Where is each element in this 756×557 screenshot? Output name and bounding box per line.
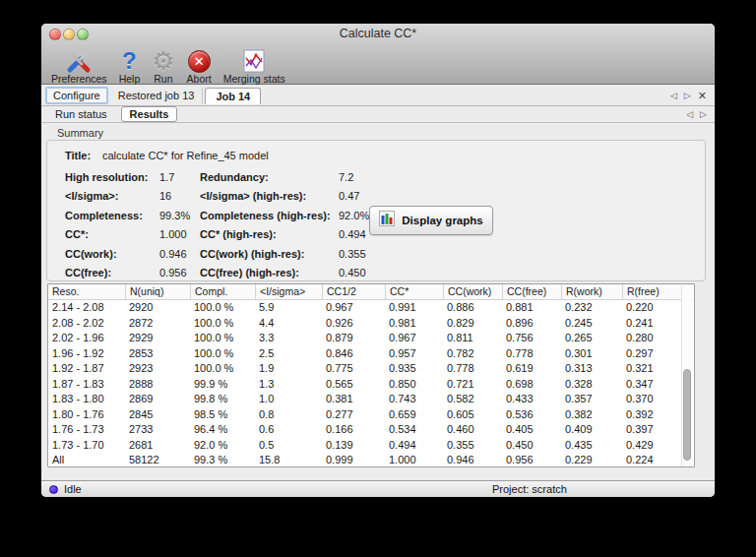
summary-label: CC*: [65,228,89,240]
table-cell: 0.321 [622,361,675,377]
results-body: 2.14 - 2.082920100.0 %5.90.9670.9910.886… [48,300,694,467]
summary-title-row: Title: calculate CC* for Refine_45 model [47,150,705,168]
table-row[interactable]: 2.14 - 2.082920100.0 %5.90.9670.9910.886… [48,300,694,316]
tab-restored-job-13[interactable]: Restored job 13 [110,88,204,103]
table-cell: 0.429 [622,438,675,454]
column-header[interactable]: R(free) [622,284,675,299]
table-row[interactable]: 1.87 - 1.83288899.9 %1.30.5650.8500.7210… [48,377,694,393]
table-cell: 1.96 - 1.92 [48,346,125,362]
table-cell: 0.370 [622,392,675,407]
summary-label: Completeness (high-res): [200,210,331,221]
summary-label: <I/sigma> (high-res): [200,190,306,202]
column-header[interactable]: Compl. [190,284,255,299]
table-cell: 0.946 [443,453,502,467]
table-cell: 5.9 [255,300,322,316]
toolbar: Preferences ? Help ⚙ Run ✕ Abort [45,45,291,85]
column-header[interactable]: N(uniq) [125,284,190,299]
toolbar-label: Merging stats [223,73,285,85]
summary-value: 0.956 [159,267,187,278]
table-row[interactable]: All5812299.3 %15.80.9991.0000.9460.9560.… [48,453,694,467]
table-cell: 0.967 [385,331,443,346]
summary-value: 16 [159,190,171,202]
titlebar[interactable]: Calculate CC* [41,24,715,45]
table-cell: 0.460 [443,422,502,438]
table-row[interactable]: 1.96 - 1.922853100.0 %2.50.8460.9570.782… [48,346,694,362]
bar-chart-icon [379,211,395,230]
tab-run-status[interactable]: Run status [47,107,115,121]
table-row[interactable]: 2.08 - 2.022872100.0 %4.40.9260.9810.829… [48,316,694,332]
table-cell: 0.433 [502,392,561,407]
app-window: Calculate CC* Preferences ? Help [41,24,715,497]
display-graphs-label: Display graphs [402,215,482,226]
table-cell: 0.886 [443,300,502,316]
column-header[interactable]: CC* [385,284,443,299]
table-cell: 2681 [125,438,190,454]
table-row[interactable]: 1.73 - 1.70268192.0 %0.50.1390.4940.3550… [48,438,694,454]
tab-job-14[interactable]: Job 14 [205,88,261,104]
table-cell: 0.297 [622,346,675,362]
summary-group-label: Summary [57,127,103,139]
table-scrollbar-thumb[interactable] [683,369,691,461]
table-cell: 1.76 - 1.73 [48,422,125,438]
column-header[interactable]: Reso. [48,284,125,299]
display-graphs-button[interactable]: Display graphs [369,206,493,235]
project-label: Project: scratch [492,483,567,495]
table-cell: 0.981 [385,316,443,332]
table-cell: 1.9 [255,361,322,377]
table-cell: 2888 [125,377,190,393]
table-cell: 2920 [125,300,190,316]
status-indicator-icon [49,485,58,494]
column-header[interactable]: R(work) [561,284,622,299]
table-cell: 0.991 [385,300,443,316]
column-header[interactable]: CC(free) [502,284,561,299]
table-cell: 0.756 [502,331,561,346]
table-cell: 2853 [125,346,190,362]
table-row[interactable]: 1.76 - 1.73273396.4 %0.60.1660.5340.4600… [48,422,694,438]
summary-label: CC(free): [65,267,111,278]
table-cell: 1.80 - 1.76 [48,407,125,423]
column-header[interactable]: <I/sigma> [255,284,322,299]
table-row[interactable]: 2.02 - 1.962929100.0 %3.30.8790.9670.811… [48,331,694,346]
tab-results[interactable]: Results [121,106,178,122]
subtab-scroll-left-icon[interactable]: ◁ [686,109,693,119]
summary-row: <I/sigma>:16<I/sigma> (high-res):0.47 [47,187,705,206]
table-cell: 0.879 [322,331,385,346]
tab-scroll-right-icon[interactable]: ▷ [684,91,691,100]
merging-stats-button[interactable]: Merging stats [218,45,291,85]
table-cell: 0.619 [502,361,561,377]
tab-scroll-left-icon[interactable]: ◁ [670,91,677,100]
tab-close-icon[interactable]: ✕ [698,91,707,100]
column-header[interactable]: CC(work) [443,284,502,299]
table-cell: 2.14 - 2.08 [48,300,125,316]
gear-icon: ⚙ [152,48,174,74]
subtab-scroll-right-icon[interactable]: ▷ [700,109,707,119]
table-cell: 0.659 [385,407,443,423]
table-row[interactable]: 1.80 - 1.76284598.5 %0.80.2770.6590.6050… [48,407,694,423]
table-cell: 0.220 [622,300,675,316]
tab-configure[interactable]: Configure [45,87,108,104]
table-cell: 0.301 [561,346,622,362]
run-button[interactable]: ⚙ Run [146,45,180,85]
table-cell: 0.698 [502,377,561,393]
table-cell: 100.0 % [190,361,255,377]
table-row[interactable]: 1.83 - 1.80286999.8 %1.00.3810.7430.5820… [48,392,694,407]
table-cell: 0.846 [322,346,385,362]
table-cell: 0.775 [322,361,385,377]
table-row[interactable]: 1.92 - 1.872923100.0 %1.90.7750.9350.778… [48,361,694,377]
table-cell: 99.8 % [190,392,255,407]
table-cell: 0.850 [385,377,443,393]
summary-value: 1.7 [159,171,174,183]
column-header[interactable]: CC1/2 [322,284,385,299]
table-cell: 0.935 [385,361,443,377]
help-button[interactable]: ? Help [113,45,147,85]
table-cell: 92.0 % [190,438,255,454]
table-cell: 0.494 [385,438,443,454]
table-scrollbar[interactable] [681,285,693,466]
table-cell: 1.0 [255,392,322,407]
preferences-button[interactable]: Preferences [45,45,113,85]
table-cell: 0.265 [561,331,622,346]
table-cell: 96.4 % [190,422,255,438]
abort-button[interactable]: ✕ Abort [181,45,218,85]
table-cell: 0.926 [322,316,385,332]
table-cell: 0.405 [502,422,561,438]
